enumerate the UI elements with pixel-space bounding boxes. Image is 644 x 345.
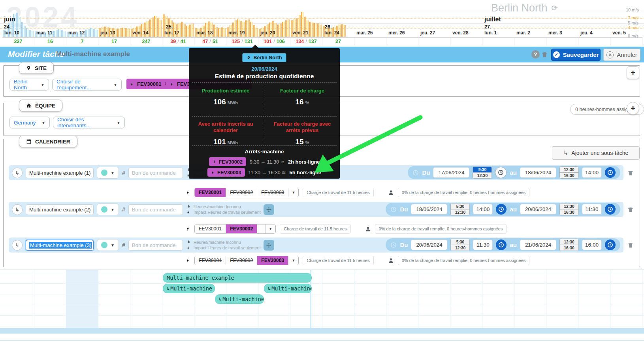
move-handle-button[interactable]	[264, 240, 274, 251]
chart-day-column[interactable]: mer. 19125/131	[226, 0, 258, 45]
chart-day-column[interactable]: ven. 28	[450, 0, 482, 45]
site-select[interactable]: Berlin North▼	[9, 79, 49, 90]
start-time-picker-button[interactable]	[495, 167, 507, 178]
gantt-bar-subtask-3[interactable]: ↳Multi-machine	[264, 284, 312, 293]
start-quick-times[interactable]: 5:30 12:30	[450, 239, 470, 251]
month-label-july: juillet	[484, 16, 501, 23]
chart-day-column[interactable]: jeu. 1317	[98, 0, 130, 45]
machine-segment-fev30001[interactable]: FEV30001	[195, 224, 226, 233]
workload-box: Charge de travail de 11.5 heures	[303, 188, 373, 197]
machine-segment-fev30002[interactable]: FEV30002	[226, 188, 257, 197]
site-add-button[interactable]: +	[627, 66, 639, 79]
move-icon	[266, 242, 272, 248]
day-label: jeu. 13	[100, 30, 115, 36]
subtask-name-input[interactable]: Multi-machine example (2)	[26, 204, 94, 215]
gantt-bar-parent-task[interactable]: Multi-machine example	[163, 273, 312, 283]
refresh-icon[interactable]: ⟳	[552, 4, 558, 13]
equipment-select[interactable]: Choisir de l'équipement...▼	[52, 79, 122, 90]
purchase-order-input[interactable]: Bon de commande	[128, 204, 183, 215]
end-date-input[interactable]: 21/06/2024	[520, 239, 556, 250]
end-quick-times[interactable]: 12:30 16:30	[559, 166, 579, 179]
machine-dropdown-caret[interactable]: ▼	[266, 224, 275, 233]
chart-day-column[interactable]: mar. 1116	[34, 0, 66, 45]
chart-day-column[interactable]: ven. 21134/137	[290, 0, 322, 45]
fire-icon	[186, 204, 191, 209]
start-date-input[interactable]: 18/06/2024	[411, 204, 447, 215]
station-title[interactable]: Berlin North ⟳	[491, 2, 557, 14]
gantt-bar-subtask-1[interactable]: ↳Multi-machine	[163, 284, 215, 293]
start-time-picker-button[interactable]	[496, 204, 507, 215]
chart-day-column[interactable]: mer. 127	[66, 0, 98, 45]
help-icon[interactable]: ?	[531, 50, 540, 58]
machine-dropdown-caret[interactable]: ▼	[288, 256, 298, 265]
color-select[interactable]: ▼	[97, 239, 119, 251]
end-time-picker-button[interactable]	[605, 204, 616, 215]
end-time-picker-button[interactable]	[605, 167, 616, 178]
delete-subtask-icon[interactable]	[627, 170, 634, 176]
chart-day-column[interactable]: mar. 25	[354, 0, 386, 45]
end-time-input[interactable]: 11:30	[582, 204, 602, 215]
capacity-factor-cell: Facteur de charge 16%	[267, 88, 338, 106]
team-select[interactable]: Germany▼	[9, 117, 50, 128]
machine-segment-fev30001[interactable]: FEV30001	[195, 188, 226, 197]
lightning-icon	[211, 170, 215, 175]
subtask-row-3: ↳ Multi-machine example (3) ▼ # Bon de c…	[9, 238, 623, 253]
machine-segment-fev30003[interactable]	[257, 224, 266, 233]
machine-tag-fev30001[interactable]: FEV30001✕	[126, 79, 172, 89]
start-quick-times[interactable]: 9:30 12:30	[473, 166, 492, 179]
cancel-button[interactable]: ✕ Annuler	[603, 49, 640, 61]
chart-day-column[interactable]: ven. 14247	[130, 0, 162, 45]
daily-production-value: 247	[130, 37, 162, 45]
gantt-bar-subtask-2[interactable]: ↳Multi-machine	[215, 294, 264, 304]
chart-day-column[interactable]: jeu. 27	[418, 0, 450, 45]
chart-day-column[interactable]: lun. 1739/41	[162, 0, 194, 45]
move-handle-button[interactable]	[264, 204, 274, 215]
chart-day-column[interactable]: mer. 26	[386, 0, 418, 45]
start-date-input[interactable]: 17/06/2024	[433, 167, 469, 178]
purchase-order-input[interactable]: Bon de commande	[128, 168, 183, 178]
end-quick-times[interactable]: 12:30 16:30	[559, 203, 579, 215]
machine-segment-fev30003[interactable]: FEV30003	[257, 256, 288, 265]
daily-production-value: 39/41	[162, 37, 194, 45]
end-time-input[interactable]: 16:00	[582, 239, 602, 250]
end-date-input[interactable]: 18/06/2024	[520, 167, 556, 178]
to-label: au	[510, 206, 517, 213]
delete-subtask-icon[interactable]	[627, 206, 634, 213]
color-select[interactable]: ▼	[97, 204, 119, 215]
start-time-input[interactable]: 14:00	[473, 204, 493, 215]
chart-day-column[interactable]: mar. 1847/51	[194, 0, 226, 45]
machine-segment-fev30001[interactable]: FEV30001	[195, 256, 226, 265]
end-time-picker-button[interactable]	[605, 239, 616, 250]
start-time-picker-button[interactable]	[496, 239, 507, 250]
chart-day-column[interactable]: lun. 2427	[322, 0, 354, 45]
po-number-icon: #	[122, 170, 125, 176]
delete-subtask-icon[interactable]	[627, 242, 634, 249]
add-subtask-button[interactable]: ↳ Ajouter une sous-tâche	[552, 146, 640, 160]
daily-production-value	[482, 37, 514, 45]
delete-task-icon[interactable]	[541, 51, 548, 58]
week-label-25: 25.	[166, 24, 173, 30]
start-time-input[interactable]: 11:30	[473, 239, 493, 250]
subtask-name-input[interactable]: Multi-machine example (3)	[26, 240, 94, 251]
people-select[interactable]: Choisir des intervenants...▼	[53, 117, 125, 128]
chart-day-column[interactable]: jeu. 20101/106	[258, 0, 290, 45]
start-date-input[interactable]: 20/06/2024	[411, 239, 447, 250]
machine-dropdown-caret[interactable]: ▼	[288, 188, 298, 197]
end-date-input[interactable]: 20/06/2024	[520, 204, 556, 215]
purchase-order-input[interactable]: Bon de commande	[128, 240, 183, 251]
machine-tag-fev30003: FEV30003	[207, 168, 245, 177]
machine-segment-fev30003[interactable]: FEV30003	[257, 188, 288, 197]
chart-day-column[interactable]: jeu. 4	[578, 0, 610, 45]
start-quick-times[interactable]: 5:30 12:30	[450, 203, 470, 215]
production-with-stops-cell: Avec arrêts inscrits au calendrier 101MW…	[190, 121, 261, 146]
bottom-scroll-band[interactable]	[0, 328, 644, 334]
save-button[interactable]: ✓ Sauvegarder	[551, 49, 601, 61]
end-time-input[interactable]: 14:00	[582, 167, 602, 178]
end-quick-times[interactable]: 12:30 16:30	[559, 239, 579, 251]
machine-segment-fev30002[interactable]: FEV30002	[226, 224, 257, 233]
machine-segment-fev30002[interactable]: FEV30002	[226, 256, 257, 265]
subtask-name-input[interactable]: Multi-machine example (1)	[26, 168, 94, 178]
team-add-button[interactable]: +	[627, 102, 639, 115]
color-select[interactable]: ▼	[97, 167, 119, 179]
color-swatch	[101, 242, 107, 248]
